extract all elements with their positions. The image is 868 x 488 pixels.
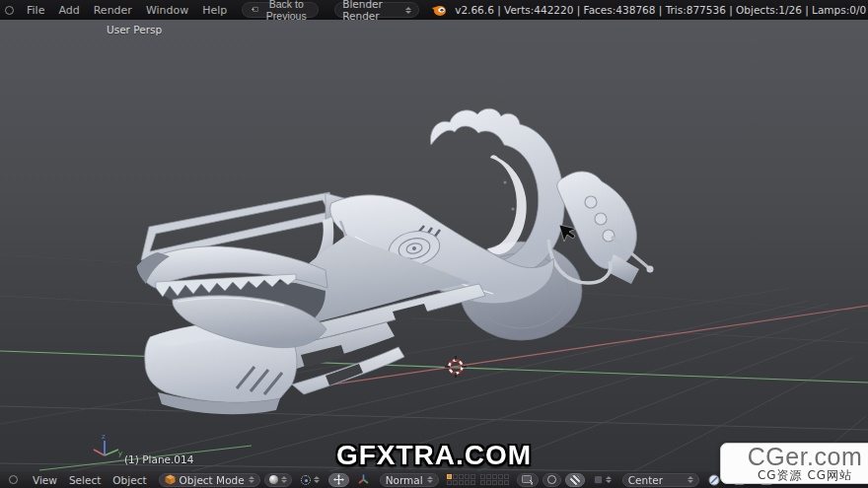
object-mode-cube-icon	[165, 474, 176, 485]
orientation-select-value: Normal	[386, 474, 423, 486]
watermark-cger-box: CGer.com CG资源 CG网站	[720, 443, 868, 484]
lock-camera-icon	[522, 475, 534, 485]
manipulator-toggle[interactable]	[328, 473, 349, 487]
svg-text:y: y	[118, 450, 122, 457]
render-engine-select[interactable]: Blender Render	[334, 2, 419, 18]
back-button-label: Back to Previous	[263, 0, 309, 22]
layers-widget[interactable]	[447, 474, 509, 485]
updown-arrows-icon	[405, 7, 411, 14]
orientation-axis-button[interactable]	[353, 473, 374, 487]
viewport-shading-select[interactable]	[264, 473, 292, 487]
editor-circle-icon	[5, 6, 14, 15]
blender-window: File Add Render Window Help Back to Prev…	[0, 0, 868, 488]
info-header-bar: File Add Render Window Help Back to Prev…	[0, 0, 868, 20]
mode-select-value: Object Mode	[180, 474, 245, 486]
snap-target-value: Center	[628, 474, 684, 486]
render-engine-value: Blender Render	[342, 0, 399, 22]
proportional-edit-icon	[547, 475, 556, 484]
menu-object[interactable]: Object	[107, 474, 152, 486]
back-to-previous-button[interactable]: Back to Previous	[242, 2, 319, 18]
pivot-center-select[interactable]	[296, 473, 325, 487]
watermark-cger-subtitle: CG资源 CG网站	[721, 469, 868, 482]
menu-render[interactable]: Render	[87, 4, 139, 17]
menu-view[interactable]: View	[27, 474, 63, 486]
axis-y-green	[0, 351, 868, 383]
layer-cell-active[interactable]	[447, 474, 452, 479]
axis-orientation-icon	[358, 474, 369, 485]
viewport-editor-type-icon[interactable]	[5, 473, 21, 487]
editor-circle-icon	[9, 475, 18, 484]
updown-arrows-icon	[281, 476, 287, 483]
lock-camera-button[interactable]	[517, 473, 539, 487]
snap-target-select[interactable]: Center	[622, 473, 699, 487]
scene-statistics: v2.66.6 | Verts:442220 | Faces:438768 | …	[455, 4, 868, 16]
back-screen-icon	[252, 5, 258, 15]
menu-window[interactable]: Window	[139, 4, 195, 17]
shading-sphere-icon	[269, 475, 278, 484]
snap-element-select[interactable]	[589, 473, 616, 487]
snap-element-icon	[594, 475, 603, 484]
menu-help[interactable]: Help	[195, 4, 234, 17]
menu-file[interactable]: File	[20, 4, 51, 17]
blender-logo-icon	[431, 4, 447, 17]
svg-text:z: z	[102, 433, 106, 441]
updown-arrows-icon	[606, 476, 612, 483]
snap-toggle-button[interactable]	[565, 473, 585, 487]
viewport-canvas: y z	[0, 20, 868, 471]
editor-type-icon[interactable]	[5, 3, 14, 17]
orientation-select[interactable]: Normal	[380, 473, 439, 487]
active-object-label: (1) Plane.014	[124, 453, 193, 465]
menu-add[interactable]: Add	[51, 4, 86, 17]
mouse-cursor-icon	[559, 225, 576, 242]
watermark-cger-title: CGer.com	[721, 445, 868, 469]
opengl-render-icon	[708, 474, 720, 486]
layers-group-1[interactable]	[447, 474, 475, 485]
pivot-point-icon	[301, 475, 311, 485]
snap-magnet-icon	[570, 475, 580, 485]
mini-axis-gizmo: y z	[94, 433, 122, 457]
updown-arrows-icon	[687, 476, 693, 483]
layers-group-2[interactable]	[480, 474, 509, 485]
updown-arrows-icon	[249, 476, 254, 483]
watermark-gfxtra: GFXTRA.COM	[336, 440, 532, 471]
proportional-edit-button[interactable]	[542, 473, 561, 487]
viewport-3d[interactable]: y z User Persp (1) Plane.014	[0, 20, 868, 471]
view-perspective-label: User Persp	[107, 24, 162, 35]
model-plane014[interactable]	[137, 108, 654, 414]
menu-select[interactable]: Select	[63, 474, 107, 486]
updown-arrows-icon	[314, 476, 320, 483]
translate-manipulator-icon	[333, 474, 344, 485]
mode-select[interactable]: Object Mode	[159, 473, 260, 487]
updown-arrows-icon	[427, 476, 433, 483]
